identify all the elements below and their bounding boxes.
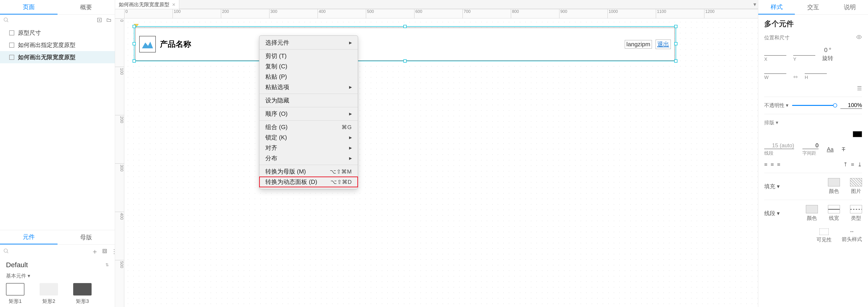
add-library-icon[interactable]: ＋ bbox=[91, 247, 98, 256]
pages-list: 原型尺寸 如何画出指定宽度原型 如何画出无限宽度原型 bbox=[0, 27, 115, 63]
context-menu-item[interactable]: 设为隐藏 bbox=[259, 95, 358, 105]
valign-bottom-icon[interactable]: ⤓ bbox=[858, 161, 862, 168]
tab-notes[interactable]: 说明 bbox=[831, 0, 868, 14]
valign-top-icon[interactable]: ⤒ bbox=[843, 161, 848, 168]
tab-pages[interactable]: 页面 bbox=[0, 0, 58, 14]
chevron-updown-icon: ⇅ bbox=[105, 263, 109, 268]
file-tab-label: 如何画出无限宽度原型 bbox=[119, 1, 169, 8]
context-menu-item[interactable]: 选择元件 bbox=[259, 37, 358, 48]
library-dropdown[interactable]: Default ⇅ bbox=[0, 259, 115, 271]
opacity-slider[interactable] bbox=[792, 105, 837, 106]
text-case-icon[interactable]: Aa bbox=[827, 146, 834, 153]
widget-item[interactable]: 矩形3 bbox=[73, 283, 92, 305]
tab-style[interactable]: 样式 bbox=[758, 0, 795, 14]
add-folder-icon[interactable] bbox=[106, 18, 112, 24]
logout-link[interactable]: 退出 bbox=[656, 39, 671, 49]
valign-middle-icon[interactable]: ≡ bbox=[851, 161, 854, 168]
tab-widgets[interactable]: 元件 bbox=[0, 230, 58, 244]
resize-handle[interactable] bbox=[674, 42, 678, 45]
file-tabs-overflow: ▾ bbox=[179, 0, 758, 9]
page-icon bbox=[9, 55, 14, 60]
add-page-icon[interactable] bbox=[97, 18, 102, 24]
search-icon bbox=[3, 248, 9, 255]
library-options-icon[interactable] bbox=[102, 248, 107, 255]
x-input[interactable] bbox=[764, 49, 786, 56]
ruler-horizontal: 0100200300400500600700800900100011001200 bbox=[124, 9, 758, 19]
align-center-icon[interactable]: ≡ bbox=[771, 161, 774, 168]
resize-handle[interactable] bbox=[132, 59, 136, 63]
fill-color-option[interactable]: 颜色 bbox=[828, 178, 840, 195]
context-menu-item[interactable]: 粘贴选项 bbox=[259, 82, 358, 92]
selection-box[interactable]: 产品名称 langzipm 退出 bbox=[134, 26, 676, 61]
w-input[interactable] bbox=[764, 67, 786, 74]
library-tabs: 元件 母版 bbox=[0, 230, 115, 245]
page-icon bbox=[9, 30, 14, 35]
visibility-icon[interactable] bbox=[856, 34, 862, 41]
context-menu-item[interactable]: 剪切 (T) bbox=[259, 51, 358, 61]
close-icon[interactable]: × bbox=[172, 1, 175, 8]
tab-outline[interactable]: 概要 bbox=[58, 0, 115, 14]
tab-interaction[interactable]: 交互 bbox=[795, 0, 831, 14]
stroke-width-option[interactable]: 线宽 bbox=[828, 205, 840, 222]
opacity-input[interactable] bbox=[840, 102, 862, 109]
user-name-label[interactable]: langzipm bbox=[625, 40, 652, 49]
align-left-icon[interactable]: ≡ bbox=[764, 161, 768, 168]
page-row[interactable]: 原型尺寸 bbox=[0, 27, 115, 39]
page-row[interactable]: 如何画出无限宽度原型 bbox=[0, 51, 115, 63]
page-row[interactable]: 如何画出指定宽度原型 bbox=[0, 39, 115, 51]
left-sidebar: 页面 概要 原型尺寸 如何画出指定宽度原型 如何画出无限宽度原型 元件 母版 bbox=[0, 0, 115, 307]
library-search-input[interactable] bbox=[13, 248, 88, 255]
widget-item[interactable]: 矩形1 bbox=[6, 283, 24, 305]
file-tab[interactable]: 如何画出无限宽度原型 × bbox=[115, 0, 179, 9]
svg-point-5 bbox=[4, 249, 7, 252]
file-tabs: 如何画出无限宽度原型 × ▾ bbox=[115, 0, 758, 9]
context-menu-item[interactable]: 复制 (C) bbox=[259, 61, 358, 71]
context-menu-item[interactable]: 对齐 bbox=[259, 143, 358, 153]
context-menu-item[interactable]: 顺序 (O) bbox=[259, 109, 358, 119]
tab-masters[interactable]: 母版 bbox=[58, 230, 115, 244]
layout-label: 排版 ▾ bbox=[764, 119, 778, 126]
visibility-option[interactable]: 可见性 bbox=[816, 228, 832, 243]
stroke-type-option[interactable]: 类型 bbox=[850, 205, 862, 222]
y-label: Y bbox=[793, 57, 796, 62]
resize-handle[interactable] bbox=[132, 42, 136, 45]
context-menu-item[interactable]: 组合 (G)⌘G bbox=[259, 122, 358, 132]
header-widget[interactable]: 产品名称 langzipm 退出 bbox=[135, 28, 675, 61]
stroke-color-option[interactable]: 颜色 bbox=[806, 205, 818, 222]
image-placeholder[interactable] bbox=[139, 36, 156, 53]
text-color-swatch[interactable] bbox=[853, 131, 862, 137]
fill-image-option[interactable]: 图片 bbox=[850, 178, 862, 195]
canvas[interactable]: 产品名称 langzipm 退出 bbox=[124, 19, 758, 307]
chevron-down-icon[interactable]: ▾ bbox=[753, 1, 756, 8]
arrow-style-option[interactable]: ↔箭头样式 bbox=[842, 228, 862, 243]
line-height-input[interactable] bbox=[764, 142, 794, 149]
slider-thumb[interactable] bbox=[833, 103, 837, 108]
context-menu-item[interactable]: 转换为动态面板 (D)⌥⇧⌘D bbox=[259, 177, 358, 187]
y-input[interactable] bbox=[793, 49, 815, 56]
context-menu-item[interactable]: 粘贴 (P) bbox=[259, 71, 358, 82]
align-right-icon[interactable]: ≡ bbox=[777, 161, 780, 168]
pages-search-input[interactable] bbox=[11, 17, 95, 24]
context-menu-item[interactable]: 分布 bbox=[259, 153, 358, 163]
page-icon bbox=[9, 42, 14, 48]
letter-spacing-label: 字间距 bbox=[802, 150, 816, 156]
x-label: X bbox=[764, 57, 767, 62]
rotation-value[interactable]: 0 bbox=[824, 47, 828, 54]
svg-rect-8 bbox=[104, 250, 105, 252]
resize-handle[interactable] bbox=[674, 59, 678, 63]
h-input[interactable] bbox=[805, 67, 827, 74]
context-menu-item[interactable]: 锁定 (K) bbox=[259, 132, 358, 143]
more-options-icon[interactable]: ☰ bbox=[857, 85, 862, 92]
resize-handle[interactable] bbox=[674, 25, 678, 28]
letter-spacing-input[interactable] bbox=[802, 142, 818, 149]
resize-handle[interactable] bbox=[403, 25, 407, 28]
widget-item[interactable]: 矩形2 bbox=[39, 283, 58, 305]
chevron-down-icon: ▾ bbox=[28, 273, 30, 279]
lock-aspect-icon[interactable]: ⇔ bbox=[793, 74, 798, 80]
resize-handle[interactable] bbox=[132, 25, 136, 28]
search-icon bbox=[3, 17, 9, 24]
context-menu-item[interactable]: 转换为母版 (M)⌥⇧⌘M bbox=[259, 166, 358, 177]
product-name-label[interactable]: 产品名称 bbox=[160, 39, 191, 50]
strikethrough-icon[interactable]: T bbox=[842, 146, 845, 153]
resize-handle[interactable] bbox=[403, 59, 407, 63]
